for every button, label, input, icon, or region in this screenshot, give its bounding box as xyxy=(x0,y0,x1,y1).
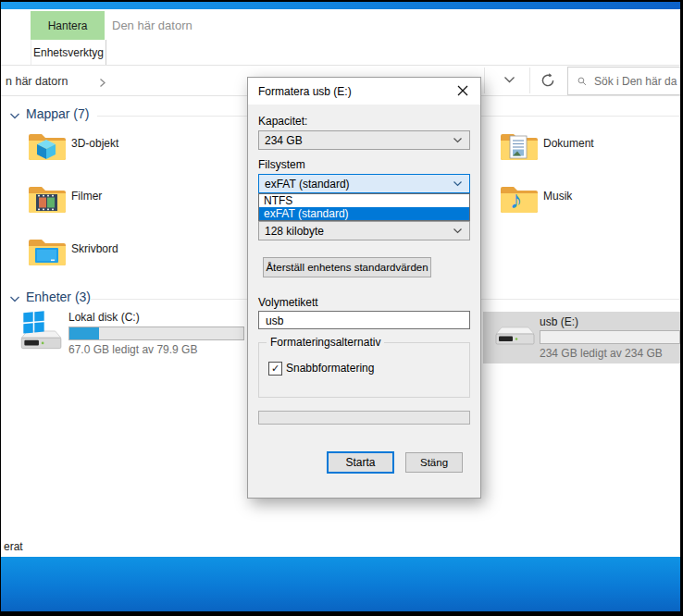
start-button-label: Starta xyxy=(345,456,375,469)
dialog-titlebar[interactable]: Formatera usb (E:) xyxy=(248,78,480,105)
collapse-chevron-icon[interactable] xyxy=(9,295,20,303)
dialog-title: Formatera usb (E:) xyxy=(258,85,352,98)
toolbar-separator xyxy=(484,68,485,93)
folder-documents-icon xyxy=(499,128,540,165)
chevron-down-icon xyxy=(453,228,463,235)
contextual-tab-label: Hantera xyxy=(48,19,88,32)
breadcrumb-chevron-right-icon[interactable] xyxy=(99,78,106,88)
file-tile-3d-objekt[interactable]: 3D-objekt xyxy=(27,128,240,174)
window-titlebar-strip xyxy=(1,2,680,9)
search-box[interactable] xyxy=(567,67,680,95)
contextual-tab-hantera[interactable]: Hantera xyxy=(31,11,105,40)
local-disk-icon xyxy=(16,309,64,355)
close-button-label: Stäng xyxy=(420,457,448,468)
screenshot-root: Hantera Enhetsverktyg Den här datorn n h… xyxy=(0,0,683,616)
drive-label: usb (E:) xyxy=(540,315,578,328)
allocation-combobox[interactable]: 128 kilobyte xyxy=(258,221,470,240)
chevron-down-icon xyxy=(453,137,463,144)
capacity-label: Kapacitet: xyxy=(258,115,307,128)
group-header-devices[interactable]: Enheter (3) xyxy=(26,290,91,304)
drive-tile-c[interactable]: Lokal disk (C:) 67.0 GB ledigt av 79.9 G… xyxy=(16,309,247,364)
allocation-value: 128 kilobyte xyxy=(259,225,453,238)
dropdown-option-exfat[interactable]: exFAT (standard) xyxy=(259,207,469,220)
format-options-group: Formateringsalternativ ✓ Snabbformaterin… xyxy=(258,342,470,398)
file-tile-musik[interactable]: ♪ Musik xyxy=(499,180,680,227)
format-dialog: Formatera usb (E:) Kapacitet: 234 GB Fil… xyxy=(247,77,481,499)
volume-input[interactable] xyxy=(264,314,462,328)
windows-logo-icon xyxy=(23,311,43,333)
group-header-folders[interactable]: Mappar (7) xyxy=(26,106,89,121)
quick-format-label[interactable]: Snabbformatering xyxy=(286,362,374,375)
tab-enhetsverktyg[interactable]: Enhetsverktyg xyxy=(31,40,106,65)
file-tile-filmer[interactable]: Filmer xyxy=(27,180,240,227)
address-dropdown-chevron-icon[interactable] xyxy=(503,76,515,84)
close-button[interactable]: Stäng xyxy=(405,452,463,473)
music-note-icon: ♪ xyxy=(510,188,523,213)
tile-label: 3D-objekt xyxy=(71,137,118,150)
folder-videos-icon xyxy=(27,180,68,217)
ribbon-divider xyxy=(1,65,680,66)
volume-input-wrap xyxy=(258,311,470,329)
tile-label: Dokument xyxy=(543,137,594,150)
dropdown-option-ntfs[interactable]: NTFS xyxy=(259,194,469,207)
file-tile-skrivbord[interactable]: Skrivbord xyxy=(27,233,240,279)
folder-3d-objects-icon xyxy=(27,128,68,165)
tile-label: Musik xyxy=(543,190,572,203)
format-options-legend: Formateringsalternativ xyxy=(267,336,384,349)
capacity-combobox[interactable]: 234 GB xyxy=(258,130,470,150)
search-icon xyxy=(577,75,587,88)
tile-label: Filmer xyxy=(71,190,102,203)
chevron-down-icon xyxy=(453,180,463,188)
volume-label: Volymetikett xyxy=(258,296,318,309)
drive-usage-bar xyxy=(540,330,680,344)
format-progress-bar xyxy=(258,411,470,425)
desktop-wallpaper xyxy=(1,557,680,611)
folder-desktop-icon xyxy=(27,233,68,270)
restore-defaults-button[interactable]: Återställ enhetens standardvärden xyxy=(263,257,431,277)
filesystem-dropdown-list: NTFS exFAT (standard) xyxy=(258,193,470,221)
filesystem-label: Filsystem xyxy=(258,158,305,171)
breadcrumb[interactable]: n här datorn xyxy=(6,75,68,88)
tile-label: Skrivbord xyxy=(71,242,118,255)
close-icon[interactable] xyxy=(448,80,478,101)
tool-tab-label: Enhetsverktyg xyxy=(33,46,104,59)
drive-free-space: 67.0 GB ledigt av 79.9 GB xyxy=(68,343,197,356)
toolbar-separator xyxy=(529,68,530,93)
filesystem-combobox[interactable]: exFAT (standard) xyxy=(258,174,470,193)
file-tile-dokument[interactable]: Dokument xyxy=(499,128,680,174)
filesystem-value: exFAT (standard) xyxy=(259,178,453,191)
start-button[interactable]: Starta xyxy=(327,451,394,474)
drive-free-space: 234 GB ledigt av 234 GB xyxy=(540,347,663,360)
search-input[interactable] xyxy=(592,74,680,89)
capacity-value: 234 GB xyxy=(259,134,453,147)
drive-usage-bar xyxy=(68,326,244,340)
window-title: Den här datorn xyxy=(112,18,192,32)
drive-tile-usb[interactable]: usb (E:) 234 GB ledigt av 234 GB xyxy=(483,312,680,363)
restore-defaults-label: Återställ enhetens standardvärden xyxy=(266,262,428,273)
drive-label: Lokal disk (C:) xyxy=(68,311,140,324)
quick-format-checkbox[interactable]: ✓ xyxy=(268,362,282,376)
collapse-chevron-icon[interactable] xyxy=(9,112,20,120)
usb-drive-icon xyxy=(491,321,537,360)
drive-usage-fill xyxy=(69,327,99,339)
statusbar-text: erat xyxy=(4,540,23,553)
refresh-icon[interactable] xyxy=(540,72,556,89)
